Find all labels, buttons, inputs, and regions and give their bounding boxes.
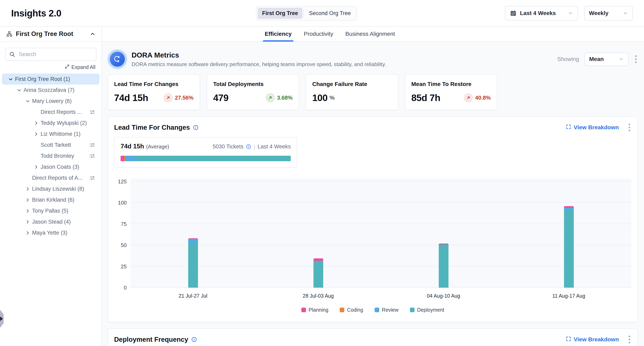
delta-percent: 40.8% [475,95,491,101]
chevron-down-icon [568,11,573,16]
tab-productivity[interactable]: Productivity [303,27,334,41]
trend-up-icon [464,93,473,102]
org-tree-option[interactable]: Second Org Tree [304,8,355,19]
chevron-down-icon[interactable] [6,76,15,82]
delta-badge: 27.56% [164,93,194,102]
view-breakdown-button[interactable]: View Breakdown [566,124,619,131]
dora-subtitle: DORA metrics measure software delivery p… [132,61,386,68]
tree-item-label: Lindsay Liszewski (8) [32,186,84,192]
granularity-select[interactable]: Weekly [584,6,633,21]
info-icon[interactable] [246,144,251,149]
legend-item-coding[interactable]: Coding [340,307,363,313]
tab-business-alignment[interactable]: Business Alignment [344,27,396,41]
trend-up-icon [266,93,275,102]
chevron-right-icon[interactable] [23,186,32,192]
tree-item[interactable]: Direct Reports ... [2,106,100,117]
search-container [5,48,96,61]
chevron-right-icon[interactable] [23,208,32,214]
tree-item-label: Jason Coats (3) [40,164,80,170]
bar-segment-planning [314,258,323,261]
chevron-up-icon[interactable] [90,31,96,37]
x-tick-label: 21 Jul-27 Jul [130,293,256,299]
main-content: EfficiencyProductivityBusiness Alignment [102,27,644,346]
info-icon[interactable] [191,336,197,342]
bar-segment-planning [564,206,574,208]
org-tree: First Org Tree Root (1)Anna Scozzafava (… [0,74,102,238]
y-tick-label: 75 [121,221,127,227]
sliders-icon[interactable] [89,175,96,181]
showing-select[interactable]: Mean [584,52,628,66]
tree-item[interactable]: Liz Whittome (1) [2,128,100,139]
tree-item[interactable]: Scott Tarkett [2,139,100,150]
metric-card-title: Total Deployments [213,81,292,87]
sidebar-collapse-handle[interactable] [0,310,4,328]
chevron-right-icon[interactable] [32,120,40,126]
legend-item-deployment[interactable]: Deployment [410,307,444,313]
sliders-icon[interactable] [89,109,96,115]
tree-item[interactable]: Maya Yette (3) [2,227,100,238]
chevron-right-icon[interactable] [23,230,32,236]
tree-item[interactable]: Jason Coats (3) [2,161,100,172]
tree-item[interactable]: Anna Scozzafava (7) [2,85,100,96]
tree-item[interactable]: Teddy Wylupski (2) [2,117,100,128]
lead-time-panel: Lead Time For Changes View Breakdown [108,116,638,322]
stacked-bar[interactable] [439,244,448,288]
info-icon[interactable] [193,124,199,130]
org-tree-icon [6,31,12,37]
dora-metrics-header: DORA Metrics DORA metrics measure softwa… [108,47,638,71]
metric-card-title: Mean Time To Restore [411,81,491,87]
tree-item[interactable]: Mary Lowery (6) [2,96,100,106]
chart-y-axis: 0255075100125 [114,178,130,288]
view-breakdown-icon [566,336,571,343]
chart-x-axis: 21 Jul-27 Jul28 Jul-03 Aug04 Aug-10 Aug1… [130,293,632,299]
chevron-right-icon[interactable] [23,197,32,203]
metric-card-value: 85d 7h [411,92,440,103]
date-range-select[interactable]: Last 4 Weeks [505,6,578,21]
y-tick-label: 0 [124,285,127,290]
legend-label: Coding [347,307,363,313]
chevron-down-icon[interactable] [23,98,32,104]
chevron-right-icon[interactable] [23,219,32,225]
chevron-down-icon[interactable] [14,87,24,93]
view-breakdown-label: View Breakdown [574,124,619,131]
tree-item[interactable]: Lindsay Liszewski (8) [2,183,100,194]
view-breakdown-button[interactable]: View Breakdown [566,336,619,343]
phase-segment-deployment [136,156,291,161]
search-input[interactable] [5,48,96,61]
bar-segment-deployment [314,261,323,288]
search-icon [9,51,15,58]
tree-item[interactable]: Todd Bromley [2,150,100,161]
tree-item-label: Anna Scozzafava (7) [24,87,74,93]
tree-item[interactable]: Jason Stead (4) [2,216,100,227]
sliders-icon[interactable] [89,153,96,159]
legend-item-review[interactable]: Review [374,307,398,313]
stacked-bar[interactable] [188,238,198,288]
tree-item[interactable]: Brian Kirkland (6) [2,194,100,205]
tree-item-label: Direct Reports ... [40,109,82,115]
dora-icon-ring [108,49,127,69]
gridline [130,202,632,203]
org-tree-option[interactable]: First Org Tree [258,8,302,19]
expand-all-button[interactable]: Expand All [0,64,102,70]
kebab-menu-icon[interactable] [627,334,632,344]
stacked-bar[interactable] [564,206,574,288]
gridline [130,245,632,245]
chevron-right-icon[interactable] [32,131,40,137]
tree-item-label: Tony Pallas (5) [32,208,68,214]
tab-efficiency[interactable]: Efficiency [264,27,292,41]
sliders-icon[interactable] [89,142,96,148]
stacked-bar[interactable] [314,258,323,288]
x-tick-label: 11 Aug-17 Aug [506,293,632,299]
metric-card: Mean Time To Restore85d 7h40.8% [405,74,497,110]
metric-cards-row: Lead Time For Changes74d 15h27.56%Total … [108,74,638,110]
chevron-right-icon[interactable] [32,164,40,170]
kebab-menu-icon[interactable] [634,54,638,64]
tree-item[interactable]: Tony Pallas (5) [2,205,100,216]
metric-card: Change Failure Rate100% [306,74,398,110]
tree-item[interactable]: First Org Tree Root (1) [2,74,100,85]
sidebar-header: First Org Tree Root [0,27,102,42]
legend-item-planning[interactable]: Planning [301,307,328,313]
tree-item[interactable]: Direct Reports of A... [2,172,100,183]
kebab-menu-icon[interactable] [627,122,632,132]
x-tick-label: 04 Aug-10 Aug [381,293,506,299]
